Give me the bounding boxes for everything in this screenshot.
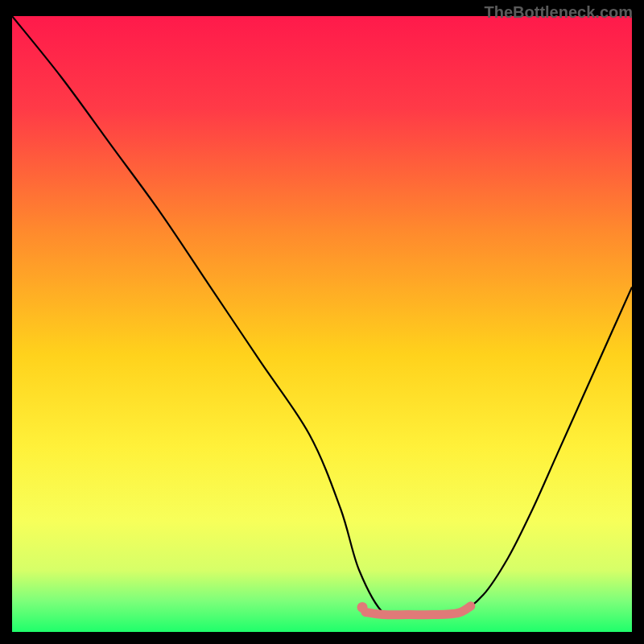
chart-stage: TheBottleneck.com (0, 0, 644, 644)
watermark-text: TheBottleneck.com (485, 3, 633, 22)
gradient-background (12, 16, 632, 632)
highlight-dot (357, 602, 368, 613)
plot-area (12, 16, 632, 632)
plot-svg (12, 16, 632, 632)
